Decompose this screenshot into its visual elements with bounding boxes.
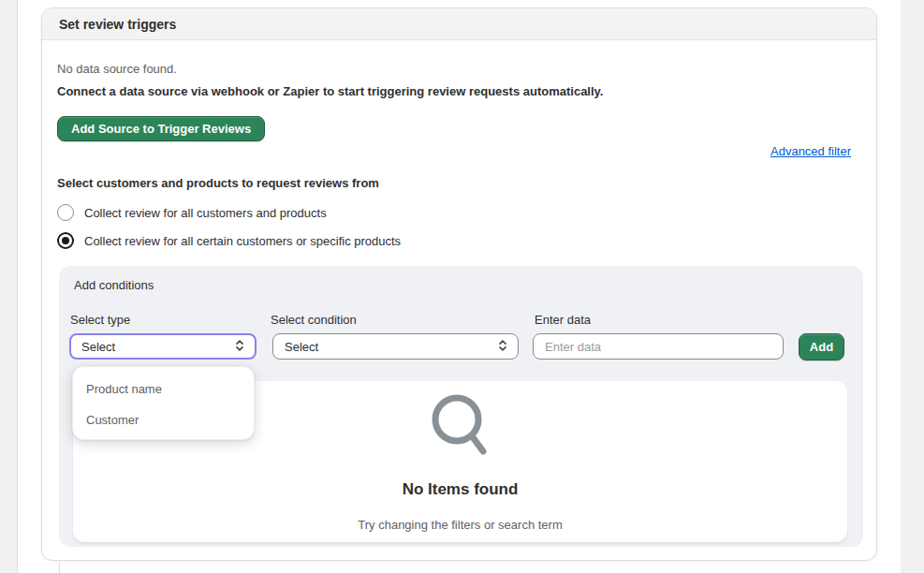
type-select-value: Select (81, 340, 115, 354)
connect-source-note: Connect a data source via webhook or Zap… (57, 84, 603, 98)
condition-select[interactable]: Select (272, 333, 519, 360)
radio-all-customers[interactable]: Collect review for all customers and pro… (57, 204, 327, 221)
add-source-button[interactable]: Add Source to Trigger Reviews (57, 116, 265, 141)
enter-data-label: Enter data (535, 313, 591, 327)
enter-data-input[interactable] (545, 340, 771, 354)
card-title: Set review triggers (59, 17, 176, 32)
next-section-edge (59, 563, 60, 573)
dropdown-option-product-name[interactable]: Product name (73, 374, 254, 404)
empty-state-title: No Items found (403, 480, 519, 499)
add-conditions-panel: Add conditions Select type Select condit… (59, 266, 863, 547)
add-conditions-title: Add conditions (74, 278, 154, 292)
select-customers-label: Select customers and products to request… (57, 176, 379, 190)
set-review-triggers-card: Set review triggers No data source found… (41, 7, 877, 561)
radio-certain-customers[interactable]: Collect review for all certain customers… (57, 232, 401, 249)
card-header: Set review triggers (42, 8, 876, 40)
select-updown-icon (497, 339, 508, 355)
enter-data-field-wrap (533, 333, 784, 360)
radio-all-customers-label[interactable]: Collect review for all customers and pro… (84, 206, 327, 220)
page-left-rail (0, 0, 18, 573)
radio-unselected-icon[interactable] (57, 204, 74, 221)
condition-select-value: Select (285, 340, 318, 354)
dropdown-option-customer[interactable]: Customer (73, 404, 254, 435)
advanced-filter-link[interactable]: Advanced filter (770, 144, 851, 158)
select-condition-label: Select condition (271, 313, 357, 327)
search-icon (432, 394, 490, 463)
no-data-source-text: No data source found. (57, 62, 177, 76)
select-type-label: Select type (70, 313, 130, 327)
radio-certain-customers-label[interactable]: Collect review for all certain customers… (84, 234, 401, 248)
select-updown-icon (234, 339, 245, 355)
type-select[interactable]: Select (69, 333, 257, 360)
page-right-rail (901, 0, 924, 573)
type-select-dropdown: Product name Customer (72, 366, 255, 440)
empty-state-subtitle: Try changing the filters or search term (358, 518, 562, 532)
add-condition-button[interactable]: Add (799, 333, 844, 360)
radio-selected-icon[interactable] (57, 232, 74, 249)
radio-dot (62, 237, 69, 244)
